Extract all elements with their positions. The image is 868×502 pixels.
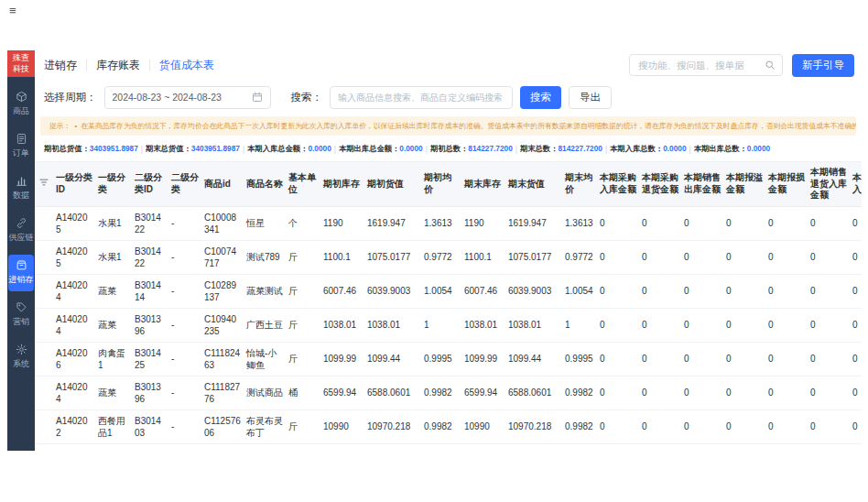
summary-separator: | [243, 145, 244, 154]
supply-chain-icon [16, 217, 27, 229]
table-cell: 0 [850, 206, 862, 240]
sidebar-item-system[interactable]: 系统 [8, 339, 34, 376]
table-cell: 0 [681, 308, 723, 342]
sidebar-item-goods[interactable]: 商品 [8, 86, 34, 123]
table-cell: 1099.99 [461, 342, 505, 376]
table-cell: 0 [681, 240, 723, 274]
main-area: 进销存库存账表货值成本表 新手引导 选择周期： 2024-08-23 ~ 202… [35, 50, 862, 451]
search-icon[interactable] [765, 60, 776, 71]
column-header: 商品id [201, 162, 244, 206]
summary-label: 本期入库总金额： [247, 144, 308, 153]
filter-column-header [35, 162, 53, 206]
tab-2[interactable]: 库存账表 [86, 60, 149, 71]
table-cell: 0 [850, 308, 862, 342]
table-cell: 0 [765, 409, 808, 443]
table-cell: 0 [765, 240, 808, 274]
global-search-input[interactable] [636, 59, 761, 71]
sidebar-item-data[interactable]: 数据 [8, 170, 34, 207]
topbar: 进销存库存账表货值成本表 新手引导 [35, 50, 862, 80]
table-cell: - [168, 240, 201, 274]
system-icon [16, 344, 27, 355]
table-row: A140202西餐用品1B301403-C11257606布灵布灵布丁斤1099… [35, 409, 862, 443]
sidebar-item-inventory[interactable]: 进销存 [8, 255, 34, 291]
table-cell: 0 [765, 342, 808, 376]
table-cell: 斤 [286, 274, 320, 308]
table-cell: A140205 [53, 240, 95, 274]
sidebar-item-label: 进销存 [9, 274, 34, 286]
table-cell: 6039.9003 [505, 274, 562, 308]
table-cell [597, 443, 639, 451]
tab-3[interactable]: 货值成本表 [149, 60, 223, 71]
table-cell [850, 443, 862, 451]
table-cell [808, 443, 850, 451]
product-search-input[interactable] [330, 86, 513, 109]
table-cell: 0 [723, 274, 765, 308]
filter-icon[interactable] [38, 180, 49, 190]
global-search-box[interactable] [629, 54, 783, 76]
table-cell: 斤 [286, 409, 320, 443]
table-cell: 0 [639, 376, 681, 409]
column-header: 期初均价 [421, 162, 461, 206]
sidebar-item-marketing[interactable]: 营销 [8, 297, 34, 333]
sidebar-item-orders[interactable]: 订单 [8, 128, 34, 165]
summary-label: 本期出库总数： [694, 144, 747, 153]
table-cell: A140204 [53, 376, 95, 409]
table-cell: 1038.01 [320, 308, 364, 342]
search-button[interactable]: 搜索 [520, 86, 561, 109]
table-cell: 0 [639, 206, 681, 240]
row-filter-cell [35, 308, 53, 342]
column-header: 二级分类 [168, 162, 201, 206]
summary-value: 0.0000 [308, 144, 331, 153]
table-cell [681, 443, 723, 451]
sidebar-item-label: 系统 [13, 358, 29, 370]
column-header: 一级分类 [95, 162, 132, 206]
column-header: 期初库存 [320, 162, 364, 206]
table-cell: 0 [808, 240, 850, 274]
row-filter-cell [35, 240, 53, 274]
table-cell: 1038.01 [461, 308, 505, 342]
table-cell: 6599.94 [461, 376, 505, 409]
marketing-icon [16, 301, 27, 313]
table-cell: 1038.01 [505, 308, 562, 342]
table-cell: C10289137 [201, 274, 244, 308]
sidebar-item-supply-chain[interactable]: 供应链 [8, 213, 34, 249]
calendar-icon [252, 92, 263, 103]
summary-separator: | [334, 145, 336, 154]
goods-icon [16, 91, 27, 103]
inventory-icon [16, 259, 27, 271]
table-cell: 0.9982 [562, 376, 597, 409]
table-cell: 桶 [286, 376, 320, 409]
table-cell: 1190 [461, 206, 505, 240]
table-cell: C11257606 [201, 409, 244, 443]
summary-label: 期末总数： [520, 144, 558, 153]
table-cell: 1075.0177 [505, 240, 562, 274]
cost-table: 一级分类ID一级分类二级分类ID二级分类商品id商品名称基本单位期初库存期初货值… [35, 162, 862, 451]
table-cell: 0 [765, 308, 808, 342]
table-cell: 0.9982 [562, 409, 597, 443]
date-range-picker[interactable]: 2024-08-23 ~ 2024-08-23 [104, 86, 271, 109]
sidebar-item-label: 商品 [13, 105, 29, 117]
guide-button[interactable]: 新手引导 [792, 54, 854, 77]
table-cell: 西餐用品1 [95, 409, 132, 443]
table-cell: 0 [681, 274, 723, 308]
app-logo[interactable]: 殊查科技 [7, 50, 35, 77]
column-header: 本期采购退货金额 [639, 162, 681, 206]
table-cell: 0.9995 [562, 342, 597, 376]
table-cell: 1.0054 [562, 274, 597, 308]
column-header: 基本单位 [286, 162, 320, 206]
table-cell: 0 [681, 342, 723, 376]
column-header: 本期销售退货入库金额 [808, 162, 850, 206]
table-cell: 0 [681, 206, 723, 240]
table-cell: 0 [723, 240, 765, 274]
summary-bar: 期初总货值：3403951.8987|期末总货值：3403951.8987|本期… [35, 141, 862, 161]
summary-item: 本期入库总数：0.0000 [610, 144, 686, 154]
tab-1[interactable]: 进销存 [44, 60, 86, 71]
sidebar: 殊查科技 商品订单数据供应链进销存营销系统 [7, 50, 35, 451]
summary-separator: | [141, 145, 143, 154]
menu-toggle-icon[interactable]: ≡ [9, 4, 16, 17]
table-cell: 测试789 [244, 240, 286, 274]
table-cell: 0 [681, 409, 723, 443]
app-window: 殊查科技 商品订单数据供应链进销存营销系统 进销存库存账表货值成本表 新手引导 … [7, 50, 862, 451]
export-button[interactable]: 导出 [569, 86, 612, 109]
table-row: A140204蔬菜B301396-C10940235广西土豆斤1038.0110… [35, 308, 862, 342]
